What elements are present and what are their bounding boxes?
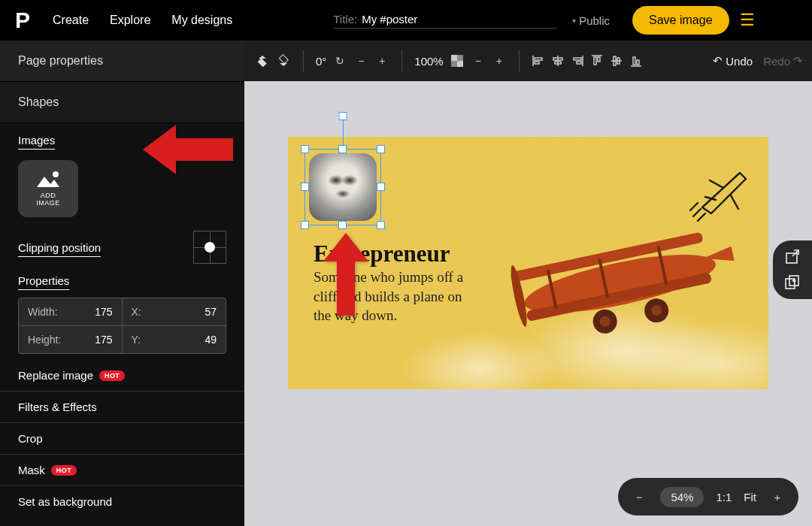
title-value[interactable]: My #poster <box>362 13 557 26</box>
canvas-area[interactable]: 0° ↻ − + 100% − + ↶Undo Redo↷ <box>244 41 812 526</box>
title-field[interactable]: Title: My #poster <box>333 13 557 29</box>
svg-rect-35 <box>786 253 797 263</box>
svg-rect-13 <box>574 58 581 60</box>
align-center-h-icon[interactable] <box>550 53 566 69</box>
selection-box[interactable] <box>304 149 381 225</box>
duplicate-icon[interactable] <box>783 274 801 292</box>
rotation-plus-icon[interactable]: + <box>373 52 391 70</box>
svg-rect-22 <box>633 57 635 65</box>
zoom-fit[interactable]: Fit <box>744 491 756 503</box>
clipping-position-label: Clipping position <box>18 241 101 254</box>
top-bar: P Create Explore My designs Title: My #p… <box>0 0 812 41</box>
annotation-arrow-up <box>323 233 368 316</box>
svg-rect-1 <box>258 58 267 67</box>
align-right-icon[interactable] <box>569 53 586 69</box>
svg-rect-23 <box>637 60 639 65</box>
shapes-tab[interactable]: Shapes <box>0 82 244 123</box>
clipping-position-grid[interactable] <box>193 231 226 264</box>
height-field[interactable]: Height:175 <box>19 326 123 353</box>
hamburger-icon[interactable]: ☰ <box>740 11 755 30</box>
x-field[interactable]: X:57 <box>123 298 226 326</box>
svg-rect-14 <box>577 62 581 64</box>
opacity-plus-icon[interactable]: + <box>490 52 508 70</box>
page-properties-tab[interactable]: Page properties <box>0 41 244 82</box>
hot-badge: HOT <box>99 370 125 381</box>
rotate-handle[interactable] <box>339 112 347 120</box>
mask-item[interactable]: MaskHOT <box>0 455 244 486</box>
jet-icon <box>687 164 752 222</box>
align-top-icon[interactable] <box>589 53 605 69</box>
export-icon[interactable] <box>783 248 801 266</box>
width-field[interactable]: Width:175 <box>19 298 123 326</box>
zoom-out-icon[interactable]: − <box>630 488 648 506</box>
properties-label: Properties <box>0 271 244 292</box>
layer-down-icon[interactable] <box>274 52 292 70</box>
svg-rect-17 <box>598 57 600 62</box>
svg-rect-2 <box>279 55 288 64</box>
rotation-value[interactable]: 0° <box>316 55 326 68</box>
image-icon <box>35 171 61 189</box>
save-image-button[interactable]: Save image <box>632 6 729 35</box>
nav-explore[interactable]: Explore <box>110 14 150 27</box>
visibility-dropdown[interactable]: Public <box>572 14 610 27</box>
align-middle-v-icon[interactable] <box>608 53 625 69</box>
opacity-value[interactable]: 100% <box>414 55 443 68</box>
title-label: Title: <box>333 13 357 26</box>
transparency-icon[interactable] <box>448 52 466 70</box>
zoom-in-icon[interactable]: + <box>768 488 786 506</box>
zoom-bar: − 54% 1:1 Fit + <box>618 478 798 515</box>
svg-rect-8 <box>535 62 539 64</box>
svg-rect-5 <box>457 61 463 67</box>
canvas-toolbar: 0° ↻ − + 100% − + ↶Undo Redo↷ <box>244 41 812 81</box>
floating-tools <box>773 240 812 299</box>
annotation-arrow-left <box>143 123 233 176</box>
hot-badge: HOT <box>51 465 77 476</box>
svg-rect-7 <box>535 58 542 60</box>
add-image-button[interactable]: ADD IMAGE <box>18 160 78 217</box>
zoom-value[interactable]: 54% <box>660 487 704 507</box>
align-left-icon[interactable] <box>530 53 547 69</box>
y-field[interactable]: Y:49 <box>123 326 226 353</box>
properties-grid: Width:175 X:57 Height:175 Y:49 <box>18 298 226 354</box>
svg-point-0 <box>53 171 59 177</box>
svg-rect-4 <box>451 55 457 61</box>
logo[interactable]: P <box>15 8 30 33</box>
add-image-label: ADD IMAGE <box>36 192 60 207</box>
rotation-minus-icon[interactable]: − <box>352 52 370 70</box>
undo-button[interactable]: ↶Undo <box>713 54 753 68</box>
nav-create[interactable]: Create <box>53 14 89 27</box>
opacity-minus-icon[interactable]: − <box>469 52 487 70</box>
set-as-background-item[interactable]: Set as background <box>0 486 244 517</box>
sidebar: Page properties Shapes Images ✕ ADD IMAG… <box>0 41 244 526</box>
rotate-icon[interactable]: ↻ <box>331 52 349 70</box>
replace-image-item[interactable]: Replace imageHOT <box>0 360 244 391</box>
align-bottom-icon[interactable] <box>628 53 644 69</box>
svg-rect-16 <box>594 57 596 65</box>
zoom-one-to-one[interactable]: 1:1 <box>716 491 732 503</box>
filters-effects-item[interactable]: Filters & Effects <box>0 391 244 423</box>
crop-item[interactable]: Crop <box>0 423 244 455</box>
layer-up-icon[interactable] <box>253 52 271 70</box>
redo-button: Redo↷ <box>763 54 803 68</box>
nav-my-designs[interactable]: My designs <box>171 14 232 27</box>
